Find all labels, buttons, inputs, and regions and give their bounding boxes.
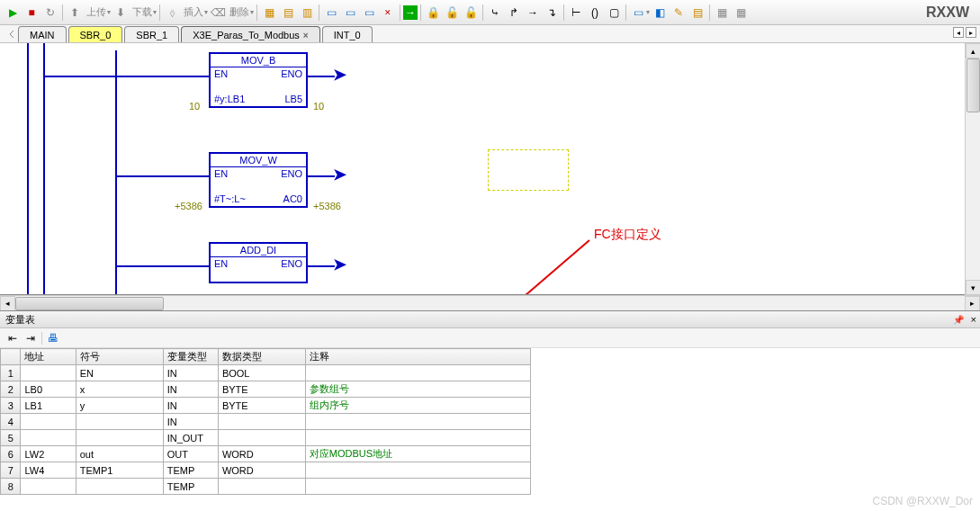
copy-icon[interactable]: ▦ bbox=[732, 4, 750, 22]
struct-icon[interactable]: ▥ bbox=[298, 4, 316, 22]
dropdown-icon[interactable]: ▾ bbox=[250, 8, 254, 16]
tab-prev-icon[interactable] bbox=[7, 29, 16, 40]
app-title: RXXW bbox=[926, 4, 976, 21]
col-address[interactable]: 地址 bbox=[21, 349, 76, 365]
col-annotation[interactable]: 注释 bbox=[305, 349, 530, 365]
box-icon[interactable]: ▢ bbox=[605, 4, 623, 22]
tab-nav-prev[interactable]: ◂ bbox=[953, 27, 964, 38]
right-icon[interactable]: → bbox=[524, 4, 542, 22]
table-row[interactable]: 3 LB1 y IN BYTE 组内序号 bbox=[1, 398, 531, 414]
table-row[interactable]: 4 IN bbox=[1, 414, 531, 430]
download-arrow-icon[interactable]: ⬇ bbox=[112, 4, 130, 22]
table-row[interactable]: 7 LW4 TEMP1 TEMP WORD bbox=[1, 462, 531, 479]
download-label[interactable]: 下载 bbox=[130, 5, 154, 19]
indent-left-icon[interactable]: ⇤ bbox=[5, 331, 20, 345]
scroll-right-icon[interactable]: ▸ bbox=[965, 296, 980, 311]
block-mov-b[interactable]: MOV_B ENENO #y:LB1LB5 bbox=[209, 52, 308, 108]
panel-title: 变量表 bbox=[5, 313, 35, 327]
scroll-thumb[interactable] bbox=[15, 297, 164, 310]
refresh-icon[interactable]: ↻ bbox=[41, 4, 59, 22]
up-icon[interactable]: ↱ bbox=[505, 4, 523, 22]
stop-icon[interactable]: ■ bbox=[22, 4, 40, 22]
ladder-editor[interactable]: MOV_B ENENO #y:LB1LB5 10 10 ➤ MOV_W ENEN… bbox=[0, 43, 980, 295]
scroll-down-icon[interactable]: ▾ bbox=[966, 280, 980, 295]
scroll-thumb[interactable] bbox=[967, 58, 980, 112]
insert-icon[interactable]: ⎀ bbox=[163, 4, 181, 22]
close-icon[interactable]: × bbox=[971, 314, 976, 325]
output-arrow-icon: ➤ bbox=[333, 255, 346, 274]
output-arrow-icon: ➤ bbox=[333, 65, 346, 85]
branch-icon[interactable]: ⤷ bbox=[486, 4, 504, 22]
close-icon[interactable]: × bbox=[303, 31, 309, 40]
coil-icon[interactable]: () bbox=[586, 4, 604, 22]
dropdown-icon[interactable]: ▾ bbox=[204, 8, 208, 16]
upload-label[interactable]: 上传 bbox=[85, 5, 108, 19]
col-datatype[interactable]: 数据类型 bbox=[218, 349, 305, 365]
block-add-di[interactable]: ADD_DI ENENO bbox=[209, 242, 308, 283]
table-row[interactable]: 5 IN_OUT bbox=[1, 430, 531, 446]
scroll-up-icon[interactable]: ▴ bbox=[966, 43, 980, 58]
block-mov-w[interactable]: MOV_W ENENO #T~:L~AC0 bbox=[209, 152, 308, 208]
down-icon[interactable]: ↴ bbox=[543, 4, 561, 22]
indent-right-icon[interactable]: ⇥ bbox=[23, 331, 38, 345]
watermark: CSDN @RXXW_Dor bbox=[872, 495, 973, 507]
note-icon[interactable]: ✎ bbox=[670, 4, 688, 22]
run-icon[interactable]: ▶ bbox=[4, 4, 22, 22]
variable-table[interactable]: 地址 符号 变量类型 数据类型 注释 1 EN IN BOOL 2 LB0 x … bbox=[0, 348, 531, 495]
table-row[interactable]: 1 EN IN BOOL bbox=[1, 365, 531, 381]
folder-icon[interactable]: ▭ bbox=[341, 4, 359, 22]
paste-icon[interactable]: ▦ bbox=[713, 4, 731, 22]
dropdown-icon[interactable]: ▾ bbox=[153, 8, 157, 16]
col-rownum bbox=[1, 349, 21, 365]
insert-label[interactable]: 插入 bbox=[182, 5, 205, 19]
pin-icon[interactable]: 📌 bbox=[953, 315, 964, 325]
table-row[interactable]: 6 LW2 out OUT WORD 对应MODBUS地址 bbox=[1, 446, 531, 462]
comment-icon[interactable]: ▭ bbox=[629, 4, 647, 22]
scroll-left-icon[interactable]: ◂ bbox=[0, 296, 15, 311]
editor-tabbar: MAIN SBR_0 SBR_1 X3E_Paras_To_Modbus× IN… bbox=[0, 25, 980, 43]
variable-panel-header: 变量表 📌 × bbox=[0, 310, 980, 328]
dropdown-icon[interactable]: ▾ bbox=[107, 8, 111, 16]
book-icon[interactable]: ▤ bbox=[688, 4, 706, 22]
table-row[interactable]: 2 LB0 x IN BYTE 参数组号 bbox=[1, 381, 531, 398]
close-win-icon[interactable]: ✕ bbox=[379, 4, 397, 22]
selection-box bbox=[488, 149, 569, 191]
delete-icon[interactable]: ⌫ bbox=[209, 4, 227, 22]
output-arrow-icon: ➤ bbox=[333, 165, 346, 184]
unlock-icon[interactable]: 🔓 bbox=[443, 4, 461, 22]
col-vartype[interactable]: 变量类型 bbox=[163, 349, 218, 365]
contact-icon[interactable]: ⊢ bbox=[567, 4, 585, 22]
col-symbol[interactable]: 符号 bbox=[76, 349, 163, 365]
svg-line-0 bbox=[396, 240, 589, 295]
annotation-text: FC接口定义 bbox=[594, 227, 661, 243]
editor-hscroll[interactable]: ◂ ▸ bbox=[0, 295, 980, 310]
editor-vscroll[interactable]: ▴ ▾ bbox=[965, 43, 980, 295]
lock2-icon[interactable]: 🔓 bbox=[462, 4, 480, 22]
left-rail bbox=[27, 43, 29, 295]
grid-icon[interactable]: ▦ bbox=[260, 4, 278, 22]
left-rail-2 bbox=[43, 43, 45, 295]
lock-icon[interactable]: 🔒 bbox=[424, 4, 442, 22]
variable-panel-toolbar: ⇤ ⇥ 🖶 bbox=[0, 328, 980, 348]
annotation-arrow bbox=[387, 236, 594, 295]
tab-nav-next[interactable]: ▸ bbox=[966, 27, 976, 38]
tab-x3e-paras[interactable]: X3E_Paras_To_Modbus× bbox=[181, 26, 319, 42]
main-toolbar: ▶ ■ ↻ ⬆ 上传 ▾ ⬇ 下载 ▾ ⎀ 插入 ▾ ⌫ 删除 ▾ ▦ ▤ ▥ … bbox=[0, 0, 980, 25]
go-icon[interactable]: → bbox=[403, 5, 418, 20]
window-icon[interactable]: ▭ bbox=[322, 4, 340, 22]
tag-icon[interactable]: ◧ bbox=[651, 4, 669, 22]
tab-sbr0[interactable]: SBR_0 bbox=[68, 26, 123, 42]
tab-sbr1[interactable]: SBR_1 bbox=[124, 26, 179, 42]
upload-arrow-icon[interactable]: ⬆ bbox=[66, 4, 84, 22]
print-icon[interactable]: 🖶 bbox=[46, 331, 60, 345]
chart-icon[interactable]: ▤ bbox=[279, 4, 297, 22]
folder2-icon[interactable]: ▭ bbox=[360, 4, 378, 22]
delete-label[interactable]: 删除 bbox=[228, 5, 251, 19]
tab-int0[interactable]: INT_0 bbox=[322, 26, 373, 42]
table-row[interactable]: 8 TEMP bbox=[1, 479, 531, 495]
tab-main[interactable]: MAIN bbox=[18, 26, 67, 42]
